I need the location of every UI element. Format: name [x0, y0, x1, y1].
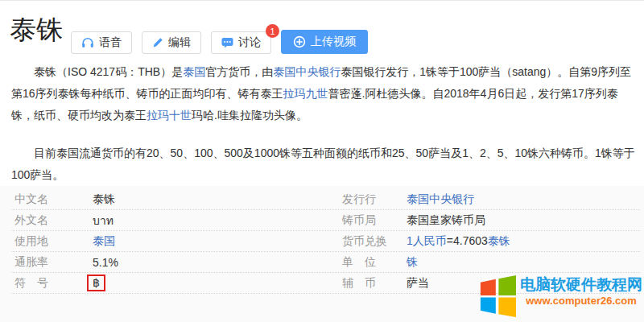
text-segment: 泰铢（ISO 4217码：THB）是	[34, 65, 183, 78]
voice-button-label: 语音	[99, 35, 122, 50]
inline-link[interactable]: 泰国	[183, 65, 205, 78]
info-label: 单 位	[342, 255, 407, 270]
upload-video-button[interactable]: 上传视频	[281, 30, 368, 54]
text-segment: 玛哈.哇集拉隆功头像。	[192, 109, 308, 122]
logo-square-yellow	[498, 298, 516, 317]
inline-link[interactable]: 拉玛九世	[283, 87, 328, 100]
paragraph: 目前泰国流通货币的有20、50、100、500及1000铢等五种面额的纸币和25…	[11, 142, 638, 186]
watermark: 电脑软硬件教程网 www.computer26.com	[480, 275, 642, 317]
logo-square-blue	[481, 298, 496, 314]
info-text: บาท	[93, 214, 114, 227]
info-value: บาท	[93, 212, 342, 229]
info-text: 泰铢	[93, 192, 115, 205]
info-label: 外文名	[14, 213, 93, 228]
inline-link[interactable]: 拉玛十世	[147, 109, 192, 122]
inline-link[interactable]: 泰国中央银行	[273, 65, 341, 78]
watermark-text: 电脑软硬件教程网 www.computer26.com	[520, 275, 642, 308]
info-text: =4.7603	[447, 234, 488, 247]
info-label: 货币兑换	[342, 234, 407, 249]
info-value: 5.1%	[93, 256, 342, 269]
watermark-site-name: 电脑软硬件教程网	[520, 275, 642, 295]
info-value: ฿	[93, 275, 342, 291]
info-text: 泰国皇家铸币局	[407, 213, 485, 226]
info-label: 辅 币	[342, 276, 407, 291]
info-label: 通胀率	[14, 255, 93, 270]
info-value: 铢	[407, 255, 640, 270]
voice-button[interactable]: 语音	[71, 31, 132, 54]
logo-square-green	[498, 275, 516, 295]
text-segment: 目前泰国流通货币的有20、50、100、500及1000铢等五种面额的纸币和25…	[11, 147, 635, 181]
info-link[interactable]: 泰国中央银行	[407, 192, 474, 205]
baht-symbol-highlight: ฿	[87, 275, 105, 291]
info-label: 铸币局	[342, 213, 407, 228]
logo-square-red	[481, 279, 496, 295]
text-segment: 官方货币，由	[205, 65, 273, 78]
discuss-button[interactable]: 讨论 1	[211, 31, 271, 54]
info-link[interactable]: 铢	[407, 255, 418, 268]
info-label: 符 号	[14, 276, 93, 291]
discuss-count-badge: 1	[266, 24, 279, 38]
toolbar: 语音 编辑 讨论 1 上传视频	[71, 30, 368, 54]
baike-page: { "page": { "title": "泰铢" }, "toolbar": …	[0, 0, 644, 322]
edit-button[interactable]: 编辑	[142, 31, 201, 54]
article-body: 泰铢（ISO 4217码：THB）是泰国官方货币，由泰国中央银行泰国银行发行，1…	[11, 59, 638, 188]
plus-circle-icon	[293, 35, 306, 48]
info-link[interactable]: 泰铢	[488, 234, 510, 247]
windows-flag-logo	[480, 275, 516, 317]
info-value: 1人民币=4.7603泰铢	[407, 234, 640, 249]
info-link[interactable]: 泰国	[93, 234, 115, 247]
edit-button-label: 编辑	[168, 35, 191, 50]
info-value: 泰国中央银行	[407, 192, 640, 207]
paragraph: 泰铢（ISO 4217码：THB）是泰国官方货币，由泰国中央银行泰国银行发行，1…	[11, 61, 638, 126]
info-row: 外文名บาท铸币局泰国皇家铸币局	[11, 210, 640, 231]
info-text: 5.1%	[93, 256, 118, 269]
info-value: 泰铢	[93, 192, 342, 207]
info-value: 泰国皇家铸币局	[407, 213, 640, 228]
info-text: 萨当	[407, 276, 429, 289]
info-row: 通胀率5.1%单 位铢	[11, 252, 640, 273]
info-link[interactable]: 1人民币	[407, 234, 447, 247]
info-label: 使用地	[14, 234, 93, 249]
info-row: 中文名泰铢发行行泰国中央银行	[11, 189, 640, 210]
upload-video-button-label: 上传视频	[311, 35, 356, 49]
info-value: 泰国	[93, 234, 342, 249]
watermark-site-url: www.computer26.com	[526, 295, 637, 308]
discuss-button-label: 讨论	[238, 35, 261, 50]
page-title: 泰铢	[10, 14, 63, 46]
chat-bubble-icon	[221, 37, 233, 48]
info-label: 发行行	[342, 192, 407, 207]
info-row: 使用地泰国货币兑换1人民币=4.7603泰铢	[11, 231, 640, 252]
info-label: 中文名	[14, 192, 93, 207]
pencil-icon	[152, 37, 163, 48]
headphones-icon	[81, 37, 94, 48]
